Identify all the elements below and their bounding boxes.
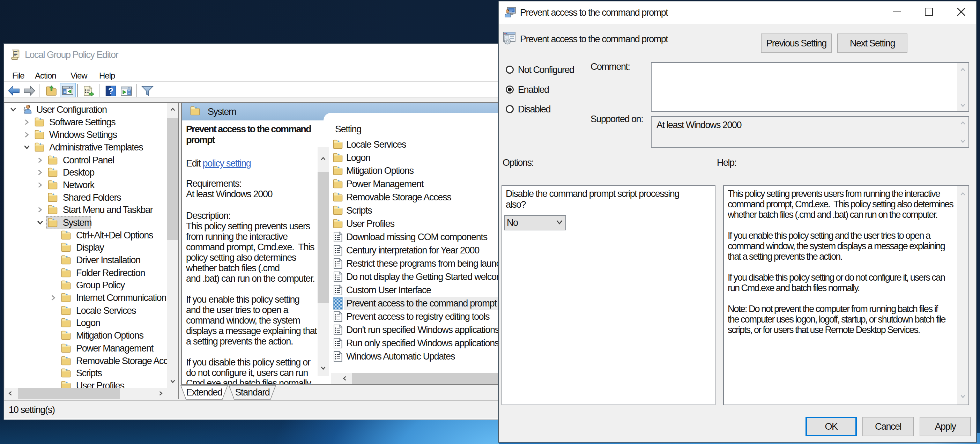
svg-text:?: ? [108, 86, 113, 95]
